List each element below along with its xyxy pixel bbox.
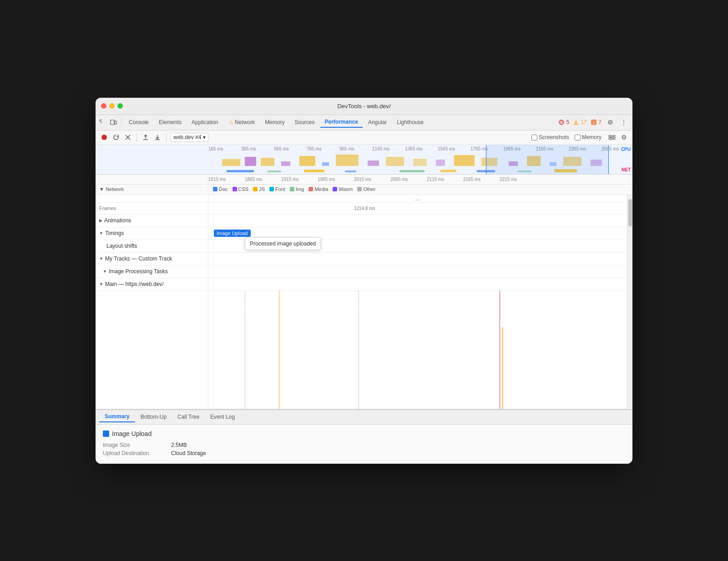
cpu-label: CPU [621, 147, 631, 152]
window-title: DevTools - web.dev/ [337, 103, 390, 110]
scrollbar[interactable] [627, 195, 632, 409]
overview-chart[interactable]: 165 ms 365 ms 565 ms 765 ms 965 ms 1165 … [208, 145, 632, 174]
screenshots-checkbox[interactable] [531, 135, 537, 140]
clear-button[interactable] [123, 132, 133, 142]
legend-img: Img [290, 186, 304, 192]
maximize-button[interactable] [117, 103, 123, 109]
image-processing-row[interactable]: ▼ Image Processing Tasks [96, 265, 627, 278]
traffic-lights [101, 103, 123, 109]
image-size-val: 2.5MB [171, 442, 187, 448]
summary-image-size-row: Image Size 2.5MB [103, 442, 625, 448]
profile-selector[interactable]: web.dev #4 ▾ [170, 133, 209, 142]
animations-row[interactable]: ▶ Animations [96, 215, 627, 227]
network-collapse-icon: ▼ [99, 186, 104, 192]
timeline-selection[interactable] [486, 145, 609, 174]
tab-summary[interactable]: Summary [99, 411, 135, 422]
css-dot [233, 187, 237, 191]
device-toggle-icon[interactable] [108, 117, 118, 127]
tab-lighthouse[interactable]: Lighthouse [392, 117, 428, 127]
tab-application[interactable]: Application [187, 117, 223, 127]
svg-rect-2 [100, 120, 100, 122]
tab-call-tree[interactable]: Call Tree [172, 412, 205, 422]
bottom-content: Image Upload Image Size 2.5MB Upload Des… [96, 425, 632, 464]
reload-record-button[interactable] [111, 132, 121, 142]
tab-elements[interactable]: Elements [154, 117, 186, 127]
yellow-block [502, 327, 503, 409]
tick-1815: 1815 ms [208, 177, 226, 182]
svg-text:!: ! [576, 121, 577, 125]
legend-doc: Doc [213, 186, 228, 192]
scrollbar-thumb[interactable] [628, 199, 632, 226]
timings-row[interactable]: ▼ Timings Image Upload Processed image u… [96, 227, 627, 240]
main-thread-label[interactable]: ▼ Main — https://web.dev/ [96, 278, 208, 291]
tick-2115: 2115 ms [427, 177, 444, 182]
layout-shifts-row: Layout shifts [96, 240, 627, 253]
legend-items: Doc CSS JS Font Img Media [208, 186, 376, 192]
tab-event-log[interactable]: Event Log [205, 412, 240, 422]
record-button[interactable] [99, 132, 109, 142]
perf-toolbar: web.dev #4 ▾ Screenshots Memory ⚙ [96, 130, 632, 145]
frames-content: 1214.8 ms [208, 203, 627, 214]
summary-title: Image Upload [103, 430, 625, 437]
timings-collapse-icon[interactable]: ▼ [99, 231, 103, 235]
memory-checkbox[interactable] [575, 135, 581, 140]
legend-wasm: Wasm [333, 186, 353, 192]
animations-collapse-icon[interactable]: ▶ [99, 218, 102, 223]
legend-font: Font [269, 186, 285, 192]
my-tracks-row[interactable]: ▼ My Tracks — Custom Track [96, 253, 627, 265]
settings-perf-icon[interactable]: ⚙ [619, 132, 629, 142]
more-options-icon[interactable]: ⋮ [619, 117, 629, 127]
minimize-button[interactable] [109, 103, 115, 109]
flame-chart[interactable] [208, 291, 627, 409]
tab-bottom-up[interactable]: Bottom-Up [135, 412, 172, 422]
legend-other: Other [357, 186, 376, 192]
main-thread-row[interactable]: ▼ Main — https://web.dev/ [96, 278, 627, 291]
my-tracks-collapse-icon[interactable]: ▼ [99, 256, 103, 261]
my-tracks-content [208, 253, 627, 265]
tab-angular[interactable]: Angular [364, 117, 391, 127]
yellow-vline [279, 291, 279, 409]
separator [121, 118, 121, 126]
main-collapse-icon[interactable]: ▼ [99, 282, 103, 286]
doc-dot [213, 187, 217, 191]
separator [136, 133, 137, 141]
tab-performance[interactable]: Performance [320, 117, 363, 128]
inspect-icon[interactable] [97, 117, 107, 127]
tick-2065: 2065 ms [390, 177, 408, 182]
timing-tooltip: Processed image uploaded [245, 237, 321, 250]
image-processing-collapse-icon[interactable]: ▼ [103, 269, 107, 274]
image-processing-label[interactable]: ▼ Image Processing Tasks [96, 265, 208, 278]
upload-button[interactable] [141, 132, 151, 142]
svg-point-20 [610, 138, 612, 140]
capture-settings-icon[interactable] [607, 132, 617, 142]
net-label: NET [622, 167, 631, 172]
svg-text:✕: ✕ [560, 120, 563, 125]
frames-timestamp: 1214.8 ms [354, 206, 375, 211]
chevron-down-icon: ▾ [203, 134, 206, 140]
summary-event-name: Image Upload [112, 430, 152, 437]
svg-point-19 [612, 136, 614, 138]
tab-network[interactable]: ⚠ Network [224, 117, 259, 127]
settings-icon[interactable]: ⚙ [605, 117, 615, 127]
close-button[interactable] [101, 103, 106, 109]
tick-1965: 1965 ms [318, 177, 335, 182]
tab-sources[interactable]: Sources [290, 117, 319, 127]
network-label: Network [106, 186, 124, 192]
wasm-dot [333, 187, 337, 191]
memory-toggle[interactable]: Memory [575, 134, 602, 140]
tab-console[interactable]: Console [124, 117, 153, 127]
flame-label-col [96, 291, 208, 409]
network-legend: ▼ Network Doc CSS JS Font Img [96, 185, 632, 195]
bottom-tab-bar: Summary Bottom-Up Call Tree Event Log [96, 410, 632, 425]
animations-label[interactable]: ▶ Animations [96, 215, 208, 227]
timings-label[interactable]: ▼ Timings [96, 227, 208, 240]
download-button[interactable] [152, 132, 162, 142]
svg-rect-5 [115, 121, 116, 124]
timeline-overview: 165 ms 365 ms 565 ms 765 ms 965 ms 1165 … [96, 145, 632, 175]
timeline-ruler2: 1815 ms 1865 ms 1915 ms 1965 ms 2015 ms … [96, 175, 632, 185]
screenshots-toggle[interactable]: Screenshots [531, 134, 569, 140]
network-legend-label[interactable]: ▼ Network [96, 186, 208, 192]
my-tracks-label[interactable]: ▼ My Tracks — Custom Track [96, 253, 208, 265]
image-upload-marker[interactable]: Image Upload [214, 230, 251, 237]
tab-memory[interactable]: Memory [260, 117, 289, 127]
